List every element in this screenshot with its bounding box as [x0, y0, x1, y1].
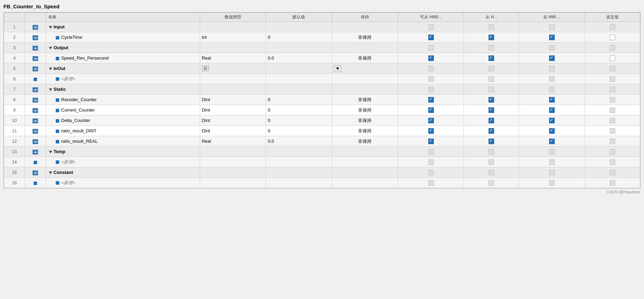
checkbox[interactable] [428, 97, 434, 103]
expand-icon[interactable] [49, 47, 52, 50]
hmi1-cell[interactable] [398, 126, 464, 136]
hmi1-cell[interactable] [398, 95, 464, 105]
default-cell[interactable]: 0 [266, 32, 332, 43]
checkbox[interactable] [428, 76, 434, 82]
expand-icon[interactable] [49, 172, 52, 174]
variable-name[interactable]: Recoder_Counter [61, 97, 97, 102]
expand-icon[interactable] [49, 88, 52, 91]
variable-name[interactable]: ratio_result_REAL [61, 139, 98, 144]
hmi2-cell[interactable] [464, 63, 519, 74]
checkbox[interactable] [610, 97, 615, 103]
dtype-cell[interactable]: ☷ [200, 63, 266, 74]
hmi1-cell[interactable] [398, 84, 464, 95]
checkbox[interactable] [489, 149, 494, 155]
hmi3-cell[interactable] [519, 147, 585, 157]
hmi1-cell[interactable] [398, 167, 464, 178]
hmi2-cell[interactable] [464, 84, 519, 95]
hmi2-cell[interactable] [464, 147, 519, 157]
hmi3-cell[interactable] [519, 136, 585, 147]
new-add-label[interactable]: <新增> [61, 76, 75, 81]
hmi3-cell[interactable] [519, 74, 585, 84]
checkbox[interactable] [549, 170, 555, 175]
variable-name[interactable]: CycleTime [61, 35, 82, 40]
variable-name[interactable]: Speed_Rev_Persecond [61, 55, 109, 61]
hmi1-cell[interactable] [398, 32, 464, 43]
checkbox[interactable] [610, 76, 615, 82]
hmi2-cell[interactable] [464, 157, 519, 167]
setval-cell[interactable] [585, 95, 640, 105]
variable-name[interactable]: Delta_Counter [61, 118, 90, 123]
hmi3-cell[interactable] [519, 22, 585, 32]
hmi2-cell[interactable] [464, 22, 519, 32]
hmi1-cell[interactable] [398, 136, 464, 147]
checkbox[interactable] [610, 107, 615, 113]
setval-cell[interactable] [585, 136, 640, 147]
hmi2-cell[interactable] [464, 178, 519, 188]
checkbox[interactable] [549, 97, 555, 103]
checkbox[interactable] [428, 107, 434, 113]
name-cell[interactable]: CycleTime [46, 32, 200, 43]
name-cell[interactable]: ratio_result_REAL [46, 136, 200, 147]
setval-cell[interactable] [585, 167, 640, 178]
checkbox[interactable] [610, 45, 615, 51]
checkbox[interactable] [489, 45, 494, 51]
hmi3-cell[interactable] [519, 105, 585, 115]
checkbox[interactable] [428, 45, 434, 51]
checkbox[interactable] [549, 107, 555, 113]
default-cell[interactable]: 0 [266, 105, 332, 115]
checkbox[interactable] [489, 107, 494, 113]
checkbox[interactable] [549, 35, 555, 40]
name-cell[interactable]: Current_Counter [46, 105, 200, 115]
checkbox[interactable] [428, 159, 434, 165]
expand-icon[interactable] [49, 151, 52, 153]
name-cell[interactable]: <新增> [46, 178, 200, 188]
setval-cell[interactable] [585, 32, 640, 43]
hmi3-cell[interactable] [519, 32, 585, 43]
default-cell[interactable]: 0 [266, 95, 332, 105]
checkbox[interactable] [549, 24, 555, 30]
default-cell[interactable]: 0 [266, 115, 332, 126]
expand-icon[interactable] [49, 26, 52, 29]
default-cell[interactable]: 0.0 [266, 53, 332, 63]
checkbox[interactable] [610, 55, 615, 61]
checkbox[interactable] [489, 180, 494, 186]
hmi1-cell[interactable] [398, 53, 464, 63]
checkbox[interactable] [428, 139, 434, 144]
name-cell[interactable]: ratio_result_DINT [46, 126, 200, 136]
setval-cell[interactable] [585, 22, 640, 32]
checkbox[interactable] [610, 118, 615, 123]
setval-cell[interactable] [585, 43, 640, 53]
hmi1-cell[interactable] [398, 22, 464, 32]
checkbox[interactable] [549, 118, 555, 123]
checkbox[interactable] [549, 128, 555, 134]
setval-cell[interactable] [585, 53, 640, 63]
checkbox[interactable] [489, 97, 494, 103]
dtype-cell[interactable]: DInt [200, 126, 266, 136]
dtype-cell[interactable]: DInt [200, 105, 266, 115]
checkbox[interactable] [428, 24, 434, 30]
setval-cell[interactable] [585, 105, 640, 115]
setval-cell[interactable] [585, 147, 640, 157]
retain-cell[interactable]: ▼ [332, 63, 398, 74]
checkbox[interactable] [489, 118, 494, 123]
dtype-cell[interactable]: Real [200, 53, 266, 63]
hmi2-cell[interactable] [464, 126, 519, 136]
default-cell[interactable]: 0.0 [266, 136, 332, 147]
setval-cell[interactable] [585, 63, 640, 74]
variable-name[interactable]: Current_Counter [61, 107, 95, 113]
checkbox[interactable] [610, 149, 615, 155]
checkbox[interactable] [610, 24, 615, 30]
checkbox[interactable] [428, 87, 434, 92]
hmi1-cell[interactable] [398, 178, 464, 188]
checkbox[interactable] [428, 66, 434, 71]
hmi1-cell[interactable] [398, 147, 464, 157]
hmi2-cell[interactable] [464, 115, 519, 126]
dtype-cell[interactable]: DInt [200, 115, 266, 126]
checkbox[interactable] [610, 180, 615, 186]
checkbox[interactable] [610, 139, 615, 144]
checkbox[interactable] [610, 87, 615, 92]
hmi3-cell[interactable] [519, 84, 585, 95]
hmi1-cell[interactable] [398, 105, 464, 115]
checkbox[interactable] [549, 149, 555, 155]
checkbox[interactable] [549, 159, 555, 165]
